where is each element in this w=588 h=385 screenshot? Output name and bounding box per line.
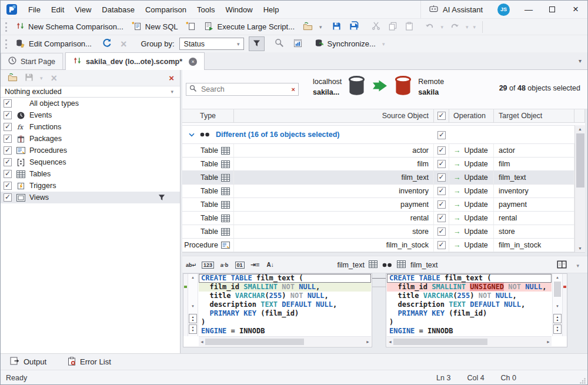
save-all-button[interactable] <box>345 20 363 34</box>
select-all-checkbox[interactable] <box>437 112 446 120</box>
edit-comparison-button[interactable]: Edit Comparison... <box>12 37 96 51</box>
word-wrap-icon[interactable]: ab↵ <box>185 259 198 271</box>
avatar[interactable]: JS <box>497 4 510 16</box>
save-button[interactable] <box>328 20 345 34</box>
ai-assistant-button[interactable]: AI Assistant <box>420 1 490 18</box>
object-type-sequences[interactable]: Sequences <box>1 156 180 168</box>
binary-view-icon[interactable]: 01 <box>233 259 246 271</box>
left-horizontal-scrollbar[interactable]: ◄ ► <box>199 336 371 346</box>
row-checkbox[interactable] <box>437 146 446 155</box>
stop-comparison-button[interactable]: × <box>116 39 132 49</box>
row-checkbox[interactable] <box>437 187 446 195</box>
checkbox[interactable] <box>4 193 12 202</box>
group-checkbox[interactable] <box>437 131 446 139</box>
column-header-type[interactable]: Type <box>182 109 234 122</box>
menu-edit[interactable]: Edit <box>46 1 69 18</box>
checkbox[interactable] <box>4 170 12 178</box>
sort-icon[interactable]: A↓ <box>264 259 276 271</box>
exclusion-dropdown[interactable]: Nothing excluded ▾ <box>1 86 180 98</box>
next-difference-button[interactable]: ▼▼ <box>189 324 197 334</box>
undo-button[interactable] <box>421 20 439 34</box>
scroll-right-icon[interactable]: ► <box>366 340 370 344</box>
object-type-all-object-types[interactable]: All object types <box>1 98 180 109</box>
object-type-views[interactable]: Views <box>1 192 180 203</box>
panel-close-icon[interactable]: × <box>169 73 176 82</box>
tab-list-caret[interactable]: ▾ <box>579 58 582 64</box>
scrollbar-thumb[interactable] <box>554 282 561 297</box>
checkbox[interactable] <box>4 146 12 155</box>
error-list-button[interactable]: Error List <box>68 357 111 367</box>
cut-button[interactable] <box>368 20 385 34</box>
menu-window[interactable]: Window <box>220 1 258 18</box>
toolbar-grip[interactable] <box>5 22 7 32</box>
next-difference-button[interactable]: ▼▼ <box>553 324 562 334</box>
scroll-left-icon[interactable]: ◄ <box>200 340 204 344</box>
save-filter-caret[interactable]: ▾ <box>38 75 45 81</box>
find-in-comparison-button[interactable] <box>270 38 289 49</box>
search-input[interactable] <box>200 85 289 94</box>
line-numbers-icon[interactable]: 123 <box>201 259 215 271</box>
menu-tools[interactable]: Tools <box>192 1 220 18</box>
open-filter-button[interactable] <box>5 71 21 85</box>
checkbox[interactable] <box>4 158 12 166</box>
row-checkbox[interactable] <box>437 173 446 182</box>
menu-help[interactable]: Help <box>258 1 285 18</box>
object-type-procedures[interactable]: Procedures <box>1 145 180 156</box>
new-file-button[interactable]: * <box>182 20 200 34</box>
scroll-up-icon[interactable]: ▲ <box>188 276 198 279</box>
checkbox[interactable] <box>4 182 12 190</box>
group-row-different[interactable]: Different (16 of 16 objects selected) <box>182 125 585 144</box>
row-checkbox[interactable] <box>437 214 446 222</box>
scroll-up-icon[interactable]: ▲ <box>575 127 585 131</box>
scroll-down-icon[interactable]: ▼ <box>575 246 585 250</box>
object-type-packages[interactable]: Packages <box>1 133 180 145</box>
target-ddl-pane[interactable]: CREATE TABLE film_text ( film_id SMALLIN… <box>386 273 567 347</box>
execute-large-script-button[interactable]: Execute Large Script... <box>200 20 299 34</box>
undo-caret[interactable]: ▾ <box>439 24 446 30</box>
checkbox[interactable] <box>4 111 12 119</box>
refresh-comparison-button[interactable] <box>98 37 116 51</box>
row-checkbox[interactable] <box>437 160 446 168</box>
table-row[interactable]: Tablerental→Updaterental <box>182 212 585 225</box>
scrollbar-thumb[interactable] <box>393 339 487 345</box>
object-type-events[interactable]: Events <box>1 109 180 121</box>
scroll-down-icon[interactable]: ▼ <box>553 304 562 308</box>
previous-difference-button[interactable]: ▲▲ <box>189 314 197 323</box>
close-button[interactable]: × <box>564 1 587 18</box>
scroll-left-icon[interactable]: ◄ <box>388 340 392 344</box>
right-horizontal-scrollbar[interactable]: ◄ ► <box>387 336 552 346</box>
previous-difference-button[interactable]: ▲▲ <box>553 314 562 323</box>
tab-close-icon[interactable]: × <box>189 58 197 66</box>
redo-caret[interactable]: ▾ <box>463 24 471 30</box>
scrollbar-thumb[interactable] <box>205 339 304 345</box>
toolbar-grip[interactable] <box>5 39 7 49</box>
menu-comparison[interactable]: Comparison <box>140 1 192 18</box>
table-row[interactable]: Tableactor→Updateactor <box>182 144 585 158</box>
open-file-button[interactable] <box>299 20 317 34</box>
tab-schema-comparison[interactable]: sakila_dev (lo...ote).scomp* × <box>65 52 205 70</box>
column-header-checkbox[interactable] <box>434 109 449 122</box>
paste-button[interactable] <box>401 20 417 34</box>
filter-toggle-button[interactable] <box>249 36 265 51</box>
column-header-target[interactable]: Target Object <box>494 109 574 122</box>
synchronize-button[interactable]: Synchronize... <box>310 37 380 51</box>
object-type-tables[interactable]: Tables <box>1 168 180 180</box>
copy-button[interactable] <box>385 20 401 34</box>
open-file-caret[interactable]: ▾ <box>317 24 325 30</box>
collapse-chevron-icon[interactable] <box>182 133 200 137</box>
row-checkbox[interactable] <box>437 200 446 209</box>
group-by-select[interactable]: Status ▾ <box>179 38 244 50</box>
object-type-triggers[interactable]: Triggers <box>1 180 180 192</box>
grid-scrollbar[interactable]: ▲ ▼ <box>574 125 585 252</box>
scrollbar-thumb[interactable] <box>576 133 584 188</box>
row-checkbox[interactable] <box>437 227 446 236</box>
target-sql-editor[interactable]: CREATE TABLE film_text ( film_id SMALLIN… <box>387 274 552 336</box>
synchronize-caret[interactable]: ▾ <box>380 41 387 47</box>
row-checkbox[interactable] <box>437 241 446 249</box>
indentation-icon[interactable]: ⇥≡ <box>249 259 261 271</box>
column-header-source[interactable]: Source Object <box>234 109 434 122</box>
diff-view-caret[interactable]: ▾ <box>574 263 582 269</box>
table-row[interactable]: Tablefilm_text→Updatefilm_text <box>182 171 585 185</box>
checkbox[interactable] <box>4 99 12 108</box>
toolbar-overflow-caret[interactable]: ▾ <box>471 24 479 30</box>
